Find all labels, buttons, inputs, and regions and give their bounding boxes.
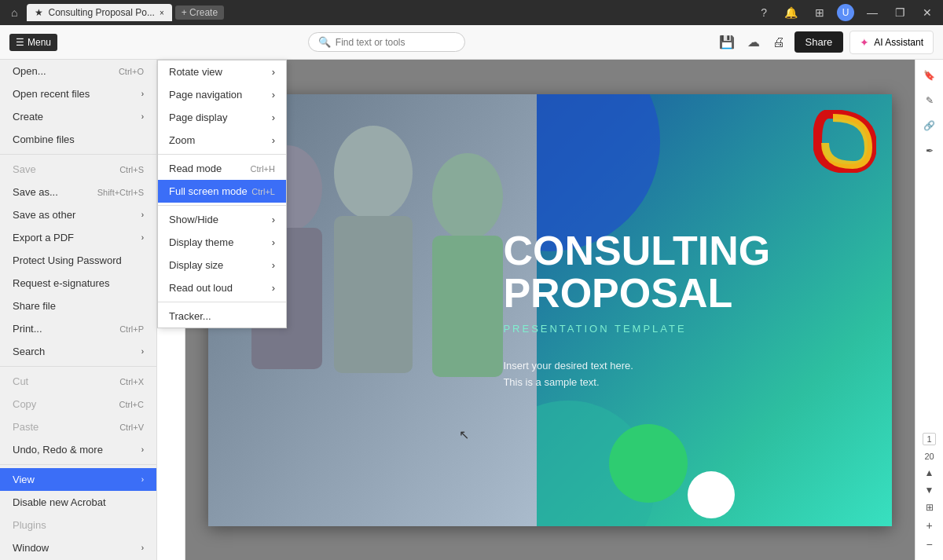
submenu-arrow-icon: › <box>272 66 275 78</box>
submenu-item-read-aloud[interactable]: Read out loud › <box>158 276 286 299</box>
menu-separator <box>0 464 156 465</box>
submenu-arrow-icon: › <box>272 236 275 248</box>
new-tab-button[interactable]: + Create <box>175 5 224 20</box>
toolbar-actions: 💾 ☁ 🖨 Share ✦ AI Assistant <box>716 31 934 54</box>
restore-button[interactable]: ❐ <box>890 5 910 20</box>
menu-item-label: Print... <box>13 323 42 335</box>
submenu-item-label: Display size <box>169 259 223 271</box>
menu-shortcut: Ctrl+P <box>119 324 144 334</box>
menu-item-view[interactable]: View › <box>0 468 156 491</box>
submenu-item-display-size[interactable]: Display size › <box>158 254 286 276</box>
search-icon: 🔍 <box>318 36 331 48</box>
submenu-item-page-display[interactable]: Page display › <box>158 106 286 129</box>
menu-item-save-as-other[interactable]: Save as other › <box>0 203 156 226</box>
submenu-item-show-hide[interactable]: Show/Hide › <box>158 208 286 231</box>
active-tab[interactable]: ★ Consulting Proposal Po... × <box>27 4 171 21</box>
ai-assistant-button[interactable]: ✦ AI Assistant <box>849 31 934 54</box>
submenu-item-full-screen[interactable]: Full screen mode Ctrl+L <box>158 180 286 203</box>
user-avatar[interactable]: U <box>837 4 854 21</box>
zoom-in-icon[interactable]: + <box>926 519 932 532</box>
menu-item-undo-redo[interactable]: Undo, Redo & more › <box>0 438 156 461</box>
submenu-separator <box>158 302 286 302</box>
title-bar-left: ⌂ ★ Consulting Proposal Po... × + Create <box>6 4 750 21</box>
submenu-item-display-theme[interactable]: Display theme › <box>158 231 286 254</box>
submenu-arrow-icon: › <box>141 112 144 121</box>
submenu-item-rotate-view[interactable]: Rotate view › <box>158 60 286 83</box>
apps-grid-icon[interactable]: ⊞ <box>810 5 829 20</box>
scroll-up-icon[interactable]: ▲ <box>925 467 934 478</box>
submenu-arrow-icon: › <box>141 347 144 356</box>
menu-separator <box>0 154 156 155</box>
title-bar-right: ? 🔔 ⊞ U — ❐ ✕ <box>756 4 937 21</box>
submenu-item-zoom[interactable]: Zoom › <box>158 129 286 152</box>
right-panel-icon2[interactable]: ✎ <box>919 90 941 112</box>
tab-favicon: ★ <box>35 7 43 18</box>
tab-close-button[interactable]: × <box>160 9 164 17</box>
print-icon[interactable]: 🖨 <box>769 32 788 53</box>
zoom-out-icon[interactable]: − <box>926 538 932 551</box>
submenu-arrow-icon: › <box>272 214 275 225</box>
menu-item-create[interactable]: Create › <box>0 105 156 128</box>
submenu-arrow-icon: › <box>141 475 144 484</box>
menu-item-print[interactable]: Print... Ctrl+P <box>0 317 156 340</box>
menu-item-label: Share file <box>13 300 56 312</box>
menu-item-save-as[interactable]: Save as... Shift+Ctrl+S <box>0 181 156 203</box>
menu-item-protect[interactable]: Protect Using Password <box>0 249 156 272</box>
search-input[interactable] <box>336 37 453 48</box>
slide-title: CONSULTING PROPOSAL <box>503 229 868 315</box>
submenu-item-label: Read mode <box>169 163 222 174</box>
ai-label: AI Assistant <box>874 37 923 48</box>
menu-item-export-pdf[interactable]: Export a PDF › <box>0 226 156 249</box>
right-panel-icon3[interactable]: 🔗 <box>919 115 941 137</box>
menu-item-open-recent[interactable]: Open recent files › <box>0 82 156 105</box>
menu-items-list: Open... Ctrl+O Open recent files › Creat… <box>0 60 156 560</box>
menu-item-window[interactable]: Window › <box>0 536 156 559</box>
save-icon[interactable]: 💾 <box>716 31 738 53</box>
notifications-icon[interactable]: 🔔 <box>780 5 802 20</box>
page-number: 1 <box>923 433 935 445</box>
right-panel-icon4[interactable]: ✒ <box>919 140 941 162</box>
right-panel-icon1[interactable]: 🔖 <box>919 64 941 86</box>
deco-shape <box>813 110 876 173</box>
submenu-arrow-icon: › <box>272 89 275 101</box>
menu-item-plugins: Plugins <box>0 514 156 536</box>
search-box[interactable]: 🔍 <box>308 32 465 52</box>
submenu-arrow-icon: › <box>141 445 144 454</box>
zoom-level: 20 <box>924 452 934 461</box>
menu-item-share-file[interactable]: Share file <box>0 295 156 317</box>
slide-body-text: Insert your desired text here. This is a… <box>503 358 868 391</box>
menu-item-search[interactable]: Search › <box>0 340 156 363</box>
submenu-arrow-icon: › <box>272 259 275 271</box>
menu-button[interactable]: ☰ Menu <box>9 34 57 51</box>
submenu-item-tracker[interactable]: Tracker... <box>158 305 286 328</box>
menu-item-label: Search <box>13 346 45 357</box>
svg-point-3 <box>334 126 413 220</box>
submenu-item-label: Full screen mode <box>169 185 248 197</box>
tab-group: ★ Consulting Proposal Po... × + Create <box>27 4 224 21</box>
menu-item-open[interactable]: Open... Ctrl+O <box>0 60 156 82</box>
menu-shortcut: Shift+Ctrl+S <box>97 188 144 197</box>
home-button[interactable]: ⌂ <box>6 5 22 20</box>
title-bar: ⌂ ★ Consulting Proposal Po... × + Create… <box>0 0 943 25</box>
menu-item-esign[interactable]: Request e-signatures <box>0 272 156 295</box>
menu-shortcut: Ctrl+V <box>119 423 144 432</box>
minimize-button[interactable]: — <box>862 5 882 20</box>
submenu-item-read-mode[interactable]: Read mode Ctrl+H <box>158 157 286 180</box>
menu-item-disable-acrobat[interactable]: Disable new Acrobat <box>0 491 156 514</box>
submenu-item-label: Read out loud <box>169 282 233 294</box>
share-button[interactable]: Share <box>794 31 844 53</box>
submenu-shortcut: Ctrl+L <box>251 187 275 196</box>
submenu-item-label: Show/Hide <box>169 214 218 225</box>
submenu-item-page-navigation[interactable]: Page navigation › <box>158 83 286 106</box>
submenu-arrow-icon: › <box>141 544 144 552</box>
menu-item-combine[interactable]: Combine files <box>0 128 156 151</box>
close-button[interactable]: ✕ <box>918 5 937 20</box>
slide-title-line1: CONSULTING <box>503 229 868 273</box>
menu-item-label: View <box>13 474 35 485</box>
menu-item-paste: Paste Ctrl+V <box>0 415 156 438</box>
cloud-icon[interactable]: ☁ <box>744 31 763 53</box>
zoom-fit-icon[interactable]: ⊞ <box>926 502 934 513</box>
help-icon[interactable]: ? <box>756 5 772 20</box>
menu-item-label: Create <box>13 111 43 123</box>
scroll-down-icon[interactable]: ▼ <box>925 485 934 496</box>
